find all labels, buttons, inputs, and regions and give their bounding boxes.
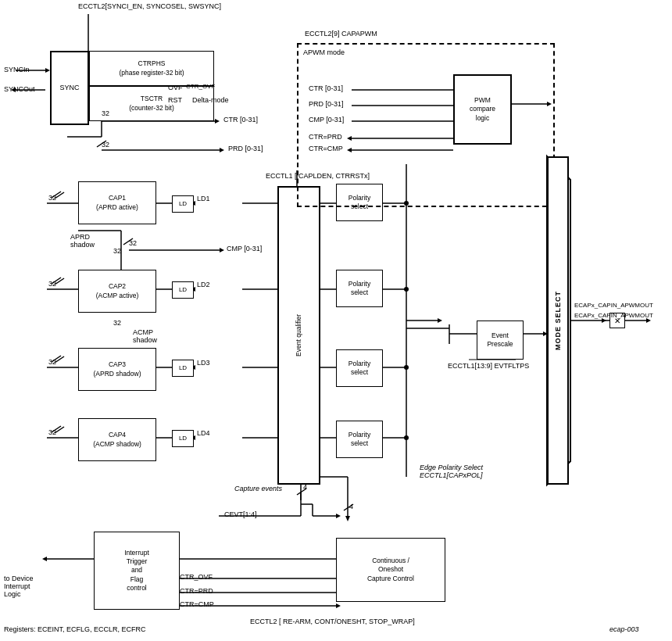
svg-marker-119 [345,516,350,521]
svg-marker-65 [438,318,442,323]
ecctl1-13-9-label: ECCTL1[13:9] EVTFLTPS [448,362,529,370]
ecap-003-label: ecap-003 [609,625,639,633]
cap4-label: CAP4(ACMP shadow) [93,431,141,448]
cap2-block: CAP2(ACMP active) [78,270,156,313]
ctr-0-31-label: CTR [0-31] [223,116,258,124]
32-ctr-label: 32 [102,109,109,117]
cmp-0-31-label: CMP [0-31] [227,245,262,252]
apwm-mode-label: APWM mode [303,48,345,56]
svg-marker-16 [220,148,224,152]
ctrphs-label: CTRPHS(phase register-32 bit) [119,59,184,77]
syncout-label: SYNCOut [4,85,35,93]
32-cap1-label: 32 [48,194,56,202]
ld4-label: LD4 [197,429,210,437]
ecctl2-top-label: ECCTL2[SYNCI_EN, SYNCOSEL, SWSYNC] [78,2,221,10]
32-cmp-label: 32 [129,239,137,247]
cap3-block: CAP3(APRD shadow) [78,348,156,391]
ld1-box: LD [172,195,194,213]
ctr-pwm-label: CTR [0-31] [309,84,343,92]
prd-pwm-label: PRD [0-31] [309,100,344,108]
32-cap2-label: 32 [48,280,56,288]
interrupt-block: InterruptTriggerandFlagcontrol [94,532,180,610]
polarity-2-label: Polarityselect [349,280,370,297]
mode-select-label: MODE SELECT [554,291,562,350]
delta-mode-label: Delta-mode [192,96,229,104]
cmp-pwm-label: CMP [0-31] [309,116,344,124]
apwm-mode-box [297,43,555,207]
32-aprd-label: 32 [113,247,121,255]
event-prescale-label: EventPrescale [487,331,513,349]
event-prescale-block: EventPrescale [477,320,524,360]
ctr-ovf-bottom-label: CTR_OVF [180,573,213,581]
polarity-3-label: Polarityselect [349,360,370,377]
edge-polarity-label: Edge Polarity SelectECCTL1[CAPxPOL] [420,464,483,479]
ecapx-label: ECAPx_CAPIN_APWMOUT [574,301,653,309]
rst-label: RST [168,96,182,104]
ld1-label: LD1 [197,195,210,202]
capture-events-label: Capture events [234,485,282,492]
ovf-label: OVF [168,84,183,91]
svg-marker-91 [220,248,224,252]
ecctl2-bottom-label: ECCTL2 [ RE-ARM, CONT/ONESHT, STOP_WRAP] [250,618,415,625]
4-label-2: 4 [349,503,353,510]
polarity-select-3: Polarityselect [336,349,383,387]
ctr-prd-bottom-label: CTR=PRD [180,587,213,595]
cap4-block: CAP4(ACMP shadow) [78,418,156,461]
syncin-label: SYNCIn [4,66,30,73]
event-qualifier-block: Event qualifier [277,186,320,485]
ld3-box: LD [172,360,194,377]
ld3-label: LD3 [197,359,210,367]
ctr-cmp-bottom-label: CTR=CMP [180,600,214,608]
ecctl1-caplden-label: ECCTL1 [ CAPLDEN, CTRRSTx] [266,172,370,180]
ctr-ovf-label: CTR_OVF [186,82,215,90]
svg-marker-122 [42,557,47,561]
ld2-box: LD [172,281,194,299]
ld4-box: LD [172,430,194,447]
capture-control-block: Continuous /OneshotCapture Control [336,538,445,602]
registers-label: Registers: ECEINT, ECFLG, ECCLR, ECFRC [4,625,146,633]
ld2-label: LD2 [197,281,210,288]
svg-marker-108 [336,603,341,608]
ctr-eq-prd-label: CTR=PRD [309,133,342,141]
32-acmp-label: 32 [113,319,121,327]
acmp-shadow-label: ACMPshadow [133,328,157,344]
sync-block: SYNC [50,51,89,125]
ecctl2-9-label: ECCTL2[9] CAPAPWM [305,30,377,38]
cap3-label: CAP3(APRD shadow) [94,360,141,378]
ctr-eq-cmp-label: CTR=CMP [309,145,343,152]
event-qualifier-label: Event qualifier [295,314,303,356]
aprd-shadow-label: APRDshadow [70,233,95,249]
svg-point-62 [404,365,409,370]
ecap-capin-label: ECAPx_CAPIN_APWMOUT [574,311,653,319]
4-label-1: 4 [303,483,307,491]
svg-point-61 [404,287,409,292]
32-cap3-label: 32 [48,358,56,366]
polarity-select-4: Polarityselect [336,421,383,458]
cap1-label: CAP1(APRD active) [96,194,138,211]
sync-label: SYNC [59,84,79,93]
ctrphs-block: CTRPHS(phase register-32 bit) [89,51,214,86]
svg-point-63 [404,435,409,440]
svg-marker-100 [336,514,341,518]
svg-marker-14 [215,119,220,124]
polarity-select-2: Polarityselect [336,270,383,307]
to-device-label: to DeviceInterruptLogic [4,575,34,598]
32-prd-label: 32 [102,141,109,149]
cevt-label: CEVT[1:4] [224,510,257,518]
polarity-4-label: Polarityselect [349,431,370,448]
32-cap4-label: 32 [48,428,56,436]
capture-control-label: Continuous /OneshotCapture Control [367,557,414,582]
cap1-block: CAP1(APRD active) [78,181,156,224]
interrupt-label: InterruptTriggerandFlagcontrol [124,549,149,592]
diagram: SYNC CTRPHS(phase register-32 bit) TSCTR… [0,0,672,641]
cap2-label: CAP2(ACMP active) [96,282,139,299]
prd-0-31-label: PRD [0-31] [228,145,263,152]
mode-select-box: MODE SELECT [547,156,569,485]
